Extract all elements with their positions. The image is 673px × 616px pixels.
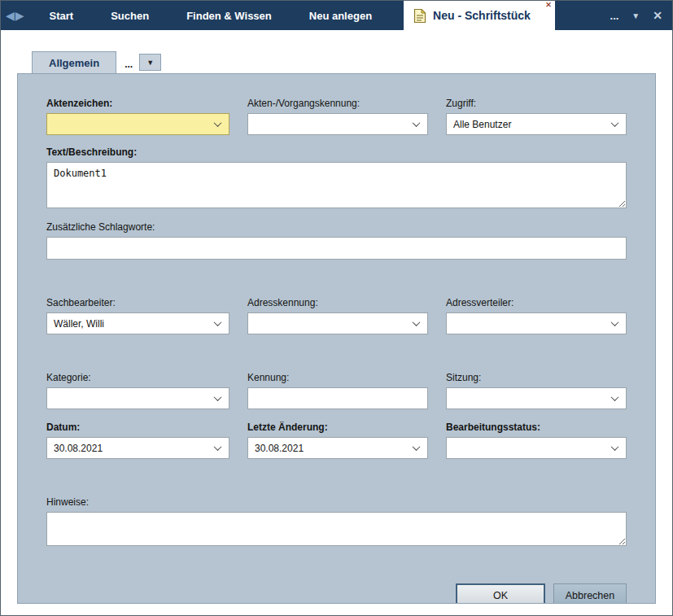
history-nav: ◀ ▶ xyxy=(1,1,31,30)
chevron-down-icon xyxy=(611,318,619,326)
ribbon-tab-suchen[interactable]: Suchen xyxy=(92,1,168,30)
kategorie-label: Kategorie: xyxy=(46,372,229,384)
field-letzte-aenderung: Letzte Änderung: 30.08.2021 xyxy=(247,422,428,459)
field-zusaetzliche-schlagworte: Zusätzliche Schlagworte: xyxy=(46,221,627,260)
aktenzeichen-label: Aktenzeichen: xyxy=(46,98,229,110)
sitzung-label: Sitzung: xyxy=(446,372,627,384)
document-icon xyxy=(413,8,426,24)
adresskennung-combobox[interactable] xyxy=(247,312,428,334)
tabstrip-overflow-button[interactable]: ... xyxy=(125,59,133,70)
new-document-dialog: ◀ ▶ Start Suchen Finden & Wissen Neu anl… xyxy=(0,0,673,616)
adressverteiler-label: Adressverteiler: xyxy=(446,297,627,309)
aktenzeichen-combobox[interactable] xyxy=(46,113,229,135)
field-adresskennung: Adresskennung: xyxy=(247,297,428,334)
kennung-label: Kennung: xyxy=(247,372,428,384)
zusaetzliche-schlagworte-label: Zusätzliche Schlagworte: xyxy=(46,221,627,234)
document-tab-title: Neu - Schriftstück xyxy=(433,9,531,22)
chevron-down-icon xyxy=(611,119,619,127)
hinweise-textarea[interactable] xyxy=(46,512,627,546)
datum-value: 30.08.2021 xyxy=(54,443,103,454)
dropdown-arrow-icon: ▼ xyxy=(146,59,154,67)
zusaetzliche-schlagworte-input[interactable] xyxy=(46,237,627,260)
tabstrip-dropdown-button[interactable]: ▼ xyxy=(139,54,161,71)
ribbon-tab-bar: ◀ ▶ Start Suchen Finden & Wissen Neu anl… xyxy=(1,1,672,30)
chevron-down-icon xyxy=(214,318,222,326)
document-tab-neu-schriftstueck[interactable]: Neu - Schriftstück ✕ xyxy=(404,1,555,30)
field-kennung: Kennung: xyxy=(247,372,428,409)
chevron-down-icon xyxy=(413,443,421,451)
ribbon-tab-neu-anlegen[interactable]: Neu anlegen xyxy=(291,1,391,30)
tab-close-icon[interactable]: ✕ xyxy=(545,2,552,9)
adressverteiler-combobox[interactable] xyxy=(446,312,627,334)
hinweise-label: Hinweise: xyxy=(46,496,627,509)
chevron-down-icon xyxy=(214,443,222,451)
tab-overflow-button[interactable]: ... xyxy=(610,10,619,22)
letzte-aenderung-value: 30.08.2021 xyxy=(255,443,304,454)
chevron-down-icon xyxy=(413,318,421,326)
ribbon-tab-start[interactable]: Start xyxy=(31,1,93,30)
field-zugriff: Zugriff: Alle Benutzer xyxy=(446,98,627,135)
field-text-beschreibung: Text/Beschreibung: Dokument1 xyxy=(46,146,627,212)
letzte-aenderung-combobox[interactable]: 30.08.2021 xyxy=(247,437,428,459)
ok-button[interactable]: OK xyxy=(456,583,545,604)
bearbeitungsstatus-label: Bearbeitungsstatus: xyxy=(446,422,627,434)
zugriff-combobox[interactable]: Alle Benutzer xyxy=(446,113,627,135)
close-icon[interactable]: ✕ xyxy=(653,9,662,22)
chevron-down-icon xyxy=(611,393,619,401)
chevron-down-icon xyxy=(214,119,222,127)
chevron-down-icon xyxy=(413,119,421,127)
dialog-buttons: OK Abbrechen xyxy=(46,583,627,604)
zugriff-value: Alle Benutzer xyxy=(453,119,511,130)
field-sachbearbeiter: Sachbearbeiter: Wäller, Willi xyxy=(46,297,229,334)
text-beschreibung-label: Text/Beschreibung: xyxy=(46,146,627,159)
sachbearbeiter-label: Sachbearbeiter: xyxy=(46,297,229,309)
datum-combobox[interactable]: 30.08.2021 xyxy=(46,437,229,459)
field-datum: Datum: 30.08.2021 xyxy=(46,422,229,459)
chevron-down-icon xyxy=(214,393,222,401)
kennung-input[interactable] xyxy=(247,387,428,409)
ribbon-tab-finden-wissen[interactable]: Finden & Wissen xyxy=(168,1,291,30)
datum-label: Datum: xyxy=(46,422,229,434)
letzte-aenderung-label: Letzte Änderung: xyxy=(247,422,428,434)
field-hinweise: Hinweise: xyxy=(46,496,627,549)
back-icon[interactable]: ◀ xyxy=(6,10,15,21)
field-akten-vorgangskennung: Akten-/Vorgangskennung: xyxy=(247,98,428,135)
field-adressverteiler: Adressverteiler: xyxy=(446,297,627,334)
text-beschreibung-textarea[interactable]: Dokument1 xyxy=(46,162,627,208)
kategorie-combobox[interactable] xyxy=(46,387,229,409)
sitzung-combobox[interactable] xyxy=(446,387,627,409)
field-kategorie: Kategorie: xyxy=(46,372,229,409)
adresskennung-label: Adresskennung: xyxy=(247,297,428,309)
field-aktenzeichen: Aktenzeichen: xyxy=(46,98,229,135)
field-sitzung: Sitzung: xyxy=(446,372,627,409)
topbar-right-controls: ... ▼ ✕ xyxy=(604,1,672,30)
akten-vorgangskennung-combobox[interactable] xyxy=(247,113,428,135)
zugriff-label: Zugriff: xyxy=(446,98,627,110)
chevron-down-icon[interactable]: ▼ xyxy=(631,11,640,20)
akten-vorgangskennung-label: Akten-/Vorgangskennung: xyxy=(247,98,428,110)
page-tabstrip: Allgemein ... ▼ xyxy=(1,51,672,73)
tab-allgemein[interactable]: Allgemein xyxy=(32,51,116,73)
sachbearbeiter-value: Wäller, Willi xyxy=(54,318,104,330)
chevron-down-icon xyxy=(611,443,619,451)
abbrechen-button[interactable]: Abbrechen xyxy=(553,583,627,604)
field-bearbeitungsstatus: Bearbeitungsstatus: xyxy=(446,422,627,459)
sachbearbeiter-combobox[interactable]: Wäller, Willi xyxy=(46,312,229,334)
bearbeitungsstatus-combobox[interactable] xyxy=(446,437,627,459)
allgemein-form-panel: Aktenzeichen: Akten-/Vorgangskennung: Zu… xyxy=(17,73,656,604)
forward-icon[interactable]: ▶ xyxy=(15,10,24,21)
